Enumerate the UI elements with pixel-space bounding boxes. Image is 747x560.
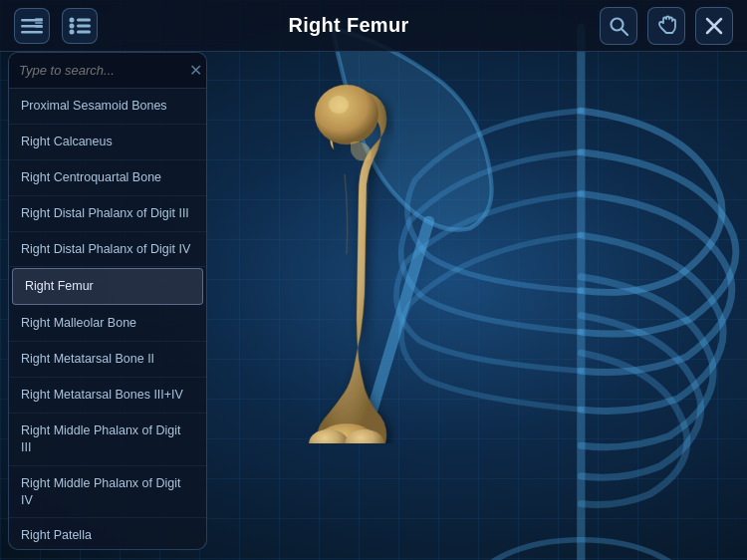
list-item[interactable]: Right Middle Phalanx of Digit III: [9, 414, 206, 466]
svg-point-16: [70, 17, 75, 22]
search-icon: [609, 16, 628, 36]
svg-point-22: [612, 18, 623, 30]
header-right: [600, 7, 733, 45]
page-title: Right Femur: [98, 14, 600, 37]
list-item[interactable]: Right Centroquartal Bone: [9, 160, 206, 196]
svg-rect-17: [77, 18, 91, 21]
search-bar: ✕: [9, 53, 206, 89]
svg-point-9: [329, 96, 349, 114]
menu-icon: [21, 17, 43, 35]
svg-line-23: [622, 29, 628, 35]
list-item[interactable]: Right Middle Phalanx of Digit IV: [9, 466, 206, 519]
list-item[interactable]: Proximal Sesamoid Bones: [9, 89, 206, 125]
list-item[interactable]: Right Distal Phalanx of Digit IV: [9, 232, 206, 268]
header: Right Femur: [0, 0, 747, 52]
list-item[interactable]: Right Femur: [12, 268, 203, 305]
list-icon: [69, 16, 91, 36]
list-item[interactable]: Right Malleolar Bone: [9, 306, 206, 342]
list-item[interactable]: Right Calcaneus: [9, 125, 206, 160]
svg-rect-14: [35, 22, 43, 24]
svg-rect-15: [35, 26, 43, 28]
search-input[interactable]: [19, 63, 187, 78]
list-item[interactable]: Right Metatarsal Bones III+IV: [9, 378, 206, 414]
hand-button[interactable]: [647, 7, 685, 45]
list-item[interactable]: Right Patella: [9, 518, 206, 543]
list-button[interactable]: [62, 8, 98, 44]
menu-button[interactable]: [14, 8, 50, 44]
svg-point-5: [315, 85, 378, 144]
sidebar: ✕ Proximal Sesamoid BonesRight Calcaneus…: [8, 52, 207, 550]
svg-point-18: [70, 23, 75, 28]
bone-list: Proximal Sesamoid BonesRight CalcaneusRi…: [9, 89, 206, 543]
list-item[interactable]: Right Metatarsal Bone II: [9, 342, 206, 378]
svg-rect-21: [77, 30, 91, 33]
close-button[interactable]: [695, 7, 733, 45]
hand-icon: [655, 15, 677, 37]
search-button[interactable]: [600, 7, 637, 45]
svg-point-20: [70, 29, 75, 34]
svg-rect-12: [21, 31, 43, 34]
femur-bone[interactable]: [269, 55, 448, 443]
close-icon: [705, 17, 723, 35]
list-item[interactable]: Right Distal Phalanx of Digit III: [9, 196, 206, 232]
svg-rect-13: [35, 18, 43, 20]
svg-rect-19: [77, 24, 91, 27]
header-left: [14, 8, 98, 44]
search-clear-button[interactable]: ✕: [187, 61, 204, 80]
